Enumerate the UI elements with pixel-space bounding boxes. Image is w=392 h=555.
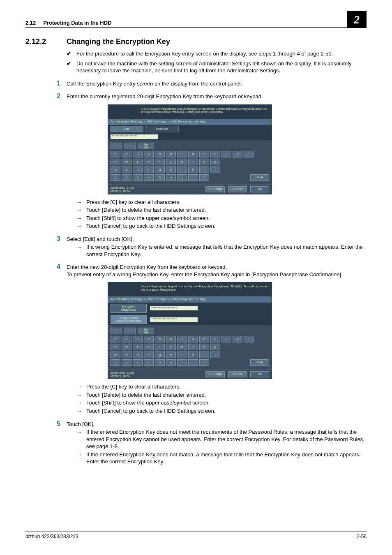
keyboard-key[interactable]: 4 xyxy=(144,336,154,342)
enlarge-button[interactable]: ✓ Enlarge xyxy=(205,371,225,377)
keyboard-key[interactable]: 5 xyxy=(155,336,165,342)
keyboard-key[interactable]: n xyxy=(166,174,176,181)
keyboard-key[interactable]: ; xyxy=(210,352,220,358)
keyboard-key[interactable]: l xyxy=(199,352,209,358)
keyboard-key[interactable]: s xyxy=(122,352,131,358)
keyboard-key[interactable]: m xyxy=(177,359,187,366)
keyboard-key[interactable]: p xyxy=(210,159,220,165)
keyboard-key[interactable]: 3 xyxy=(133,151,143,157)
keyboard-key[interactable]: u xyxy=(177,344,187,350)
keyboard-key[interactable]: k xyxy=(188,352,198,358)
keyboard-key[interactable]: o xyxy=(199,159,209,165)
keyboard-key[interactable]: ` xyxy=(244,151,254,157)
keyboard-key[interactable]: a xyxy=(111,352,120,358)
arrow-right-icon[interactable]: → xyxy=(125,143,136,149)
keyboard-key[interactable]: w xyxy=(122,159,131,165)
keyboard-key[interactable]: 6 xyxy=(166,151,176,157)
keyboard-key[interactable]: 9 xyxy=(199,336,209,342)
keyboard-key[interactable]: b xyxy=(155,359,165,366)
cancel-button[interactable]: Cancel xyxy=(228,371,247,377)
keyboard-key[interactable]: n xyxy=(166,359,176,366)
keyboard-key[interactable]: x xyxy=(122,174,131,181)
ok-button[interactable]: OK xyxy=(250,371,269,377)
keyboard-key[interactable]: d xyxy=(133,166,143,173)
shift-button[interactable]: Shift xyxy=(250,359,269,366)
keyboard-key[interactable]: q xyxy=(111,159,120,165)
delete-button[interactable]: De- lete xyxy=(138,143,154,149)
keyboard-key[interactable]: 1 xyxy=(111,151,120,157)
keyboard-key[interactable]: m xyxy=(177,174,187,181)
keyboard-key[interactable]: / xyxy=(199,359,209,366)
keyboard-key[interactable]: t xyxy=(155,159,165,165)
keyboard-key[interactable]: w xyxy=(122,344,131,350)
keyboard-key[interactable]: c xyxy=(133,174,143,181)
arrow-left-icon[interactable]: ← xyxy=(111,143,122,149)
keyboard-key[interactable]: c xyxy=(133,359,143,366)
keyboard-key[interactable]: r xyxy=(144,159,154,165)
keyboard-key[interactable]: t xyxy=(155,344,165,350)
cancel-button[interactable]: Cancel xyxy=(228,186,247,192)
keyboard-key[interactable]: 4 xyxy=(144,151,154,157)
keyboard-key[interactable]: q xyxy=(111,344,120,350)
keyboard-key[interactable]: 0 xyxy=(210,336,220,342)
keyboard-key[interactable]: . xyxy=(188,174,198,181)
keyboard-key[interactable]: - xyxy=(221,336,231,342)
keyboard-key[interactable]: 9 xyxy=(199,151,209,157)
keyboard-key[interactable]: z xyxy=(111,359,120,366)
arrow-left-icon[interactable]: ← xyxy=(111,328,122,334)
shift-button[interactable]: Shift xyxy=(250,174,269,181)
keyboard-key[interactable]: f xyxy=(144,166,154,173)
keyboard-key[interactable]: l xyxy=(199,166,209,173)
keyboard-key[interactable]: h xyxy=(166,352,176,358)
keyboard-key[interactable]: d xyxy=(133,352,143,358)
keyboard-key[interactable]: / xyxy=(199,174,209,181)
keyboard-key[interactable]: v xyxy=(144,359,154,366)
keyboard-key[interactable]: 7 xyxy=(177,336,187,342)
passphrase-field[interactable]: ******************** xyxy=(111,134,158,139)
keyboard-key[interactable]: 8 xyxy=(188,151,198,157)
ok-button[interactable]: OK xyxy=(250,186,269,192)
keyboard-key[interactable]: 2 xyxy=(122,151,131,157)
keyboard-key[interactable]: u xyxy=(177,159,187,165)
keyboard-key[interactable]: o xyxy=(199,344,209,350)
keyboard-key[interactable]: 7 xyxy=(177,151,187,157)
keyboard-key[interactable]: g xyxy=(155,352,165,358)
keyboard-key[interactable]: z xyxy=(111,174,120,181)
keyboard-key[interactable]: j xyxy=(177,352,187,358)
keyboard-key[interactable]: s xyxy=(122,166,131,173)
keyboard-key[interactable]: 3 xyxy=(133,336,143,342)
passphrase-confirm-field[interactable]: ******************** xyxy=(150,317,198,322)
tab-release[interactable]: Release xyxy=(145,126,179,133)
keyboard-key[interactable]: v xyxy=(144,174,154,181)
delete-button[interactable]: De- lete xyxy=(138,328,154,334)
keyboard-key[interactable]: k xyxy=(188,166,198,173)
keyboard-key[interactable]: e xyxy=(133,344,143,350)
keyboard-key[interactable]: f xyxy=(144,352,154,358)
enlarge-button[interactable]: ✓ Enlarge xyxy=(205,186,225,192)
keyboard-key[interactable]: 6 xyxy=(166,336,176,342)
keyboard-key[interactable]: 8 xyxy=(188,336,198,342)
keyboard-key[interactable]: i xyxy=(188,159,198,165)
keyboard-key[interactable]: 2 xyxy=(122,336,131,342)
keyboard-key[interactable]: i xyxy=(188,344,198,350)
arrow-right-icon[interactable]: → xyxy=(125,328,136,334)
keyboard-key[interactable]: = xyxy=(233,336,242,342)
keyboard-key[interactable]: a xyxy=(111,166,120,173)
keyboard-key[interactable]: 5 xyxy=(155,151,165,157)
keyboard-key[interactable]: y xyxy=(166,344,176,350)
keyboard-key[interactable]: e xyxy=(133,159,143,165)
keyboard-key[interactable]: . xyxy=(188,359,198,366)
keyboard-key[interactable]: g xyxy=(155,166,165,173)
keyboard-key[interactable]: p xyxy=(210,344,220,350)
passphrase-field[interactable]: ******************** xyxy=(150,306,198,311)
tab-edit[interactable]: Edit xyxy=(110,126,143,133)
keyboard-key[interactable]: r xyxy=(144,344,154,350)
keyboard-key[interactable]: x xyxy=(122,359,131,366)
keyboard-key[interactable]: ` xyxy=(244,336,254,342)
keyboard-key[interactable]: b xyxy=(155,174,165,181)
keyboard-key[interactable]: y xyxy=(166,159,176,165)
keyboard-key[interactable]: ; xyxy=(210,166,220,173)
keyboard-key[interactable]: = xyxy=(233,151,242,157)
keyboard-key[interactable]: j xyxy=(177,166,187,173)
keyboard-key[interactable]: - xyxy=(221,151,231,157)
